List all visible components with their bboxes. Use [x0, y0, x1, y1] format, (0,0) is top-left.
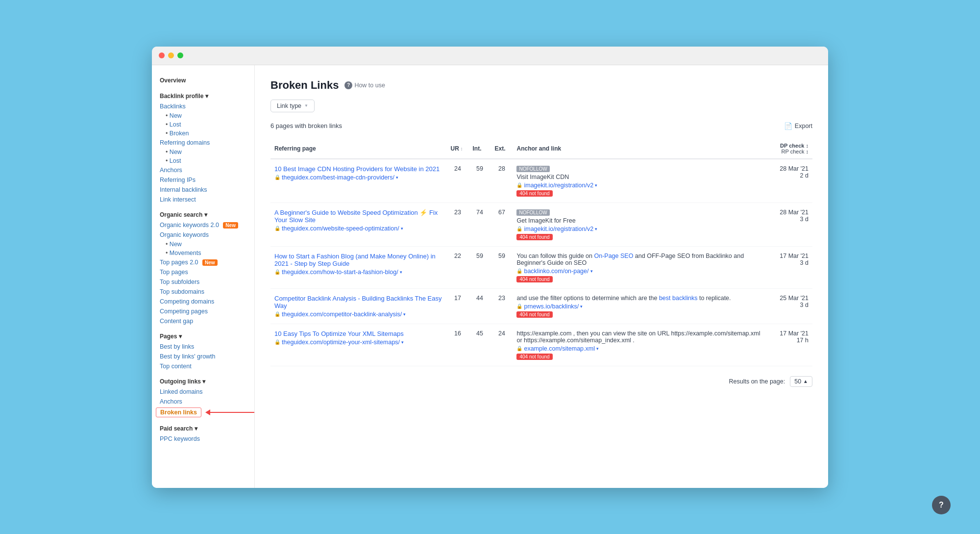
page-title-link[interactable]: How to Start a Fashion Blog (and Make Mo… [274, 253, 442, 267]
sidebar-item-anchors[interactable]: Anchors [152, 165, 254, 175]
not-found-badge: 404 not found [516, 234, 552, 240]
col-ur[interactable]: UR [446, 139, 468, 159]
lock-icon: 🔒 [516, 268, 522, 274]
cell-ur: 16 [446, 324, 468, 366]
sidebar-item-top-subfolders[interactable]: Top subfolders [152, 277, 254, 287]
broken-url-link[interactable]: prnews.io/backlinks/ [524, 303, 579, 310]
sidebar-item-referring-domains[interactable]: Referring domains [152, 138, 254, 148]
page-url-link[interactable]: theguidex.com/competitor-backlink-analys… [282, 311, 402, 318]
sidebar-section-pages[interactable]: Pages ▾ [152, 329, 254, 342]
sidebar-section-organic-search[interactable]: Organic search ▾ [152, 207, 254, 220]
broken-url-dropdown-icon[interactable]: ▾ [596, 346, 599, 351]
table-row: Competitor Backlink Analysis - Building … [270, 288, 812, 324]
summary-row: 6 pages with broken links 📄 Export [270, 122, 812, 130]
col-int: Int. [468, 139, 490, 159]
page-title-link[interactable]: A Beginner's Guide to Website Speed Opti… [274, 209, 442, 224]
page-title-link[interactable]: 10 Best Image CDN Hosting Providers for … [274, 165, 442, 173]
cell-int: 74 [468, 203, 490, 246]
cell-int: 59 [468, 159, 490, 203]
close-button[interactable] [159, 52, 165, 58]
lock-icon: 🔒 [516, 182, 522, 188]
broken-url-dropdown-icon[interactable]: ▾ [595, 183, 597, 188]
sidebar-item-content-gap[interactable]: Content gap [152, 316, 254, 326]
broken-url-link[interactable]: imagekit.io/registration/v2 [524, 182, 593, 189]
sidebar-item-competing-pages[interactable]: Competing pages [152, 306, 254, 316]
traffic-lights [159, 52, 183, 58]
sidebar-item-backlinks-lost[interactable]: Lost [152, 120, 254, 129]
broken-url-dropdown-icon[interactable]: ▾ [595, 227, 597, 231]
sidebar-section-outgoing-links[interactable]: Outgoing links ▾ [152, 374, 254, 387]
cell-referring-page: How to Start a Fashion Blog (and Make Mo… [270, 246, 446, 288]
page-url-link[interactable]: theguidex.com/website-speed-optimization… [282, 225, 399, 232]
sidebar-overview[interactable]: Overview [152, 73, 254, 86]
sidebar-item-referring-domains-new[interactable]: New [152, 148, 254, 156]
minimize-button[interactable] [168, 52, 174, 58]
toolbar: Link type [270, 100, 812, 112]
anchor-inline-link[interactable]: best backlinks [659, 295, 698, 302]
footer-row: Results on the page: 50 ▲ [270, 376, 812, 387]
sidebar-item-referring-domains-lost[interactable]: Lost [152, 156, 254, 165]
url-dropdown-icon[interactable]: ▾ [403, 312, 406, 317]
broken-url-link[interactable]: backlinko.com/on-page/ [524, 268, 588, 275]
sidebar-item-best-by-links[interactable]: Best by links [152, 342, 254, 352]
page-title-link[interactable]: Competitor Backlink Analysis - Building … [274, 295, 442, 309]
sidebar-item-top-content[interactable]: Top content [152, 361, 254, 371]
maximize-button[interactable] [177, 52, 183, 58]
page-title: Broken Links [270, 79, 339, 92]
sidebar-item-top-pages-2[interactable]: Top pages 2.0 New [152, 257, 254, 267]
page-url-link[interactable]: theguidex.com/best-image-cdn-providers/ [282, 174, 394, 181]
sidebar-item-backlinks-new[interactable]: New [152, 111, 254, 120]
cell-referring-page: 10 Easy Tips To Optimize Your XML Sitema… [270, 324, 446, 366]
sidebar-item-organic-keywords[interactable]: Organic keywords [152, 230, 254, 240]
sidebar-item-link-intersect[interactable]: Link intersect [152, 195, 254, 204]
how-to-use-label: How to use [354, 82, 385, 89]
sidebar-item-top-subdomains[interactable]: Top subdomains [152, 287, 254, 297]
sidebar-item-organic-keywords-new[interactable]: New [152, 240, 254, 249]
results-per-page-arrow: ▲ [803, 379, 808, 384]
sidebar-section-paid-search[interactable]: Paid search ▾ [152, 421, 254, 434]
sidebar-item-referring-ips[interactable]: Referring IPs [152, 175, 254, 185]
check-time-value: 3 d [800, 259, 808, 266]
sidebar-item-anchors-outgoing[interactable]: Anchors [152, 397, 254, 407]
sidebar-item-top-pages[interactable]: Top pages [152, 267, 254, 277]
url-dropdown-icon[interactable]: ▾ [401, 226, 403, 231]
col-dp-check[interactable]: DP check ↕RP check ↕ [768, 139, 812, 159]
sidebar-item-organic-keywords-movements[interactable]: Movements [152, 249, 254, 257]
page-url-link[interactable]: theguidex.com/optimize-your-xml-sitemaps… [282, 339, 400, 346]
url-dropdown-icon[interactable]: ▾ [401, 340, 404, 345]
link-type-dropdown[interactable]: Link type [270, 100, 315, 112]
how-to-use-link[interactable]: ? How to use [344, 81, 385, 89]
broken-url-link[interactable]: example.com/sitemap.xml [524, 345, 595, 352]
sidebar-item-ppc-keywords[interactable]: PPC keywords [152, 434, 254, 444]
sidebar: Overview Backlink profile ▾ Backlinks Ne… [152, 65, 255, 488]
sidebar-item-linked-domains[interactable]: Linked domains [152, 387, 254, 397]
sidebar-item-best-by-links-growth[interactable]: Best by links' growth [152, 352, 254, 361]
col-referring-page: Referring page [270, 139, 446, 159]
sidebar-item-backlinks[interactable]: Backlinks [152, 102, 254, 111]
sidebar-item-organic-keywords-2[interactable]: Organic keywords 2.0 New [152, 220, 254, 230]
page-url-link[interactable]: theguidex.com/how-to-start-a-fashion-blo… [282, 269, 398, 276]
sidebar-item-internal-backlinks[interactable]: Internal backlinks [152, 185, 254, 195]
page-title-link[interactable]: 10 Easy Tips To Optimize Your XML Sitema… [274, 330, 442, 337]
lock-icon: 🔒 [274, 269, 280, 275]
info-icon: ? [344, 81, 352, 89]
broken-url-dropdown-icon[interactable]: ▾ [580, 304, 583, 309]
url-dropdown-icon[interactable]: ▾ [396, 175, 398, 180]
anchor-inline-link[interactable]: On-Page SEO [594, 253, 633, 259]
help-button[interactable]: ? [932, 496, 951, 514]
sidebar-item-backlinks-broken[interactable]: Broken [152, 129, 254, 138]
table-row: 10 Best Image CDN Hosting Providers for … [270, 159, 812, 203]
sidebar-section-backlink-profile[interactable]: Backlink profile ▾ [152, 89, 254, 102]
url-dropdown-icon[interactable]: ▾ [400, 270, 402, 275]
sidebar-item-broken-links[interactable]: Broken links [156, 407, 201, 417]
not-found-badge: 404 not found [516, 190, 552, 197]
sidebar-item-competing-domains[interactable]: Competing domains [152, 297, 254, 306]
nofollow-badge: NOFOLLOW [516, 166, 549, 172]
nofollow-badge: NOFOLLOW [516, 209, 549, 216]
export-button[interactable]: 📄 Export [784, 122, 812, 130]
results-per-page-select[interactable]: 50 ▲ [790, 376, 812, 387]
broken-url-dropdown-icon[interactable]: ▾ [590, 269, 593, 274]
cell-int: 59 [468, 246, 490, 288]
broken-url-link[interactable]: imagekit.io/registration/v2 [524, 226, 593, 232]
cell-anchor-link: NOFOLLOWGet ImageKit for Free 🔒 imagekit… [513, 203, 768, 246]
